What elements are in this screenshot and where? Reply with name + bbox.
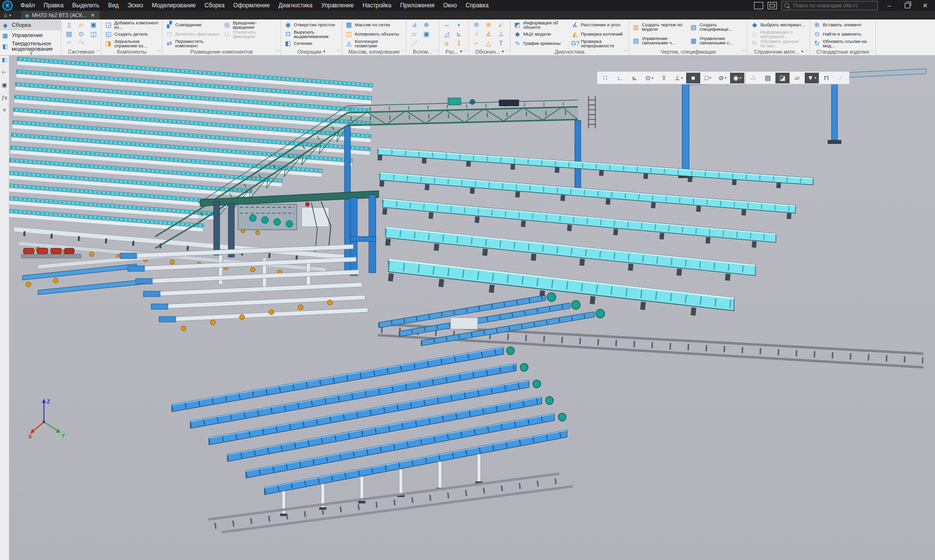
menu-item[interactable]: Эскиз bbox=[123, 0, 147, 11]
command-search[interactable] bbox=[781, 1, 878, 10]
redo[interactable]: ↷ bbox=[75, 39, 87, 48]
insert-element[interactable]: ⊕ Вставить элемент bbox=[812, 20, 869, 29]
open-document[interactable]: ▱ bbox=[75, 20, 87, 29]
cut-extrude[interactable]: ⊡ Вырезать выдавливанием bbox=[283, 29, 340, 39]
menu-item[interactable]: Оформление bbox=[229, 0, 274, 11]
screen-layout-icon[interactable] bbox=[768, 2, 777, 9]
choose-material[interactable]: ◆ Выбрать материал... bbox=[749, 20, 807, 29]
close-button[interactable]: ✕ bbox=[918, 0, 932, 11]
simple-hole[interactable]: ◉ Отверстие простое bbox=[283, 20, 340, 29]
level-mark[interactable]: △ bbox=[483, 39, 495, 48]
mass-properties[interactable]: ◆ МЦХ модели bbox=[512, 29, 569, 39]
undo[interactable]: ↶ bbox=[63, 39, 75, 48]
section-grip-icon[interactable]: ∷ bbox=[402, 48, 405, 53]
leader-line[interactable]: ↙ bbox=[495, 20, 507, 29]
angular-dimension[interactable]: ◿ bbox=[441, 29, 453, 39]
construction-plane[interactable]: ▱ bbox=[408, 29, 420, 39]
find-and-replace[interactable]: ⊙ Найти и заменить bbox=[812, 29, 869, 39]
object-filter[interactable]: ▼ bbox=[805, 73, 819, 83]
section-grip-icon[interactable]: ∷ bbox=[464, 48, 467, 53]
continuity-check[interactable]: G? Проверка непрерывности bbox=[569, 39, 627, 48]
geometry-collection[interactable]: ◬ Коллекция геометрии bbox=[344, 39, 401, 48]
clip-planes[interactable]: ▤ bbox=[761, 73, 775, 83]
menu-item[interactable]: Справка bbox=[461, 0, 493, 11]
model-tree-icon[interactable]: ⊢ bbox=[1, 69, 8, 76]
toolbar-grip[interactable]: ∷ bbox=[598, 73, 612, 83]
assembly-3d-model[interactable] bbox=[9, 55, 935, 560]
section-grip-icon[interactable]: ∷ bbox=[805, 48, 808, 53]
menu-item[interactable]: Моделирование bbox=[147, 0, 200, 11]
print[interactable]: ▤ bbox=[63, 29, 75, 39]
linear-dimension[interactable]: ↔ bbox=[441, 20, 453, 29]
zoom-tools[interactable]: ⊙ bbox=[642, 73, 656, 83]
add-component-from-file[interactable]: ◲ Добавить компонент из... bbox=[103, 20, 161, 29]
grid-array[interactable]: ▦ Массив по сетке bbox=[344, 20, 401, 29]
collision-check[interactable]: ◭ Проверка коллизий bbox=[569, 29, 627, 39]
move-component[interactable]: ⇄ Переместить компонент bbox=[164, 39, 222, 48]
restore-button[interactable] bbox=[900, 0, 914, 11]
distance-angle[interactable]: ∡ Расстояние и угол bbox=[569, 20, 627, 29]
marker-flag[interactable]: ⌐ bbox=[470, 39, 483, 48]
menu-item[interactable]: Правка bbox=[40, 0, 68, 11]
section-grip-icon[interactable]: ∷ bbox=[434, 48, 437, 53]
section-grip-icon[interactable]: ∷ bbox=[743, 48, 746, 53]
section-grip-icon[interactable]: ∷ bbox=[337, 48, 340, 53]
material-info[interactable]: ◇ Информация о материале... bbox=[749, 29, 807, 39]
section-grip-icon[interactable]: ∷ bbox=[871, 48, 874, 53]
search-input[interactable] bbox=[792, 2, 875, 9]
datum-mark[interactable]: ⊥ bbox=[495, 29, 507, 39]
measure-points[interactable]: ∴ bbox=[746, 73, 760, 83]
section-grip-icon[interactable]: ∷ bbox=[158, 48, 161, 53]
display-wireframe[interactable]: □ bbox=[701, 73, 715, 83]
trim-surface[interactable]: ⊗ bbox=[420, 20, 432, 29]
slope-mark[interactable]: ∡ bbox=[483, 29, 495, 39]
hide-objects[interactable]: ⊘ bbox=[715, 73, 730, 83]
new-document[interactable]: ▯ bbox=[63, 20, 75, 29]
create-specification[interactable]: ▧ Создать спецификаци... bbox=[688, 20, 746, 34]
copy-objects[interactable]: ◫ Копировать объекты bbox=[344, 29, 401, 39]
section-grip-icon[interactable]: ∷ bbox=[97, 48, 100, 53]
orient-model[interactable]: ⇧ bbox=[657, 73, 671, 83]
curve-dimension[interactable]: ↧ bbox=[453, 39, 465, 48]
menu-item[interactable]: Окно bbox=[439, 0, 461, 11]
section-grip-icon[interactable]: ∷ bbox=[624, 48, 627, 53]
menu-item[interactable]: Управление bbox=[317, 0, 358, 11]
enable-fixation[interactable]: ⊓ Включить фиксацию bbox=[164, 29, 222, 39]
projection-view[interactable]: ▣ bbox=[420, 29, 432, 39]
shape-tolerance[interactable]: ⊜ bbox=[470, 20, 483, 29]
radial-dimension[interactable]: ◗ bbox=[453, 20, 465, 29]
menu-item[interactable]: Приложения bbox=[396, 0, 439, 11]
diameter-dimension[interactable]: ⌀ bbox=[441, 39, 453, 48]
document-tab[interactable]: ◆ МНЛЗ №2 ВТЗ (АСК... ✕ bbox=[21, 11, 100, 20]
model-viewport[interactable]: ∷ ∟ ⊾ ⊙ ⇧ ⊥ bbox=[9, 55, 935, 560]
section-display[interactable]: ◪ bbox=[775, 73, 790, 83]
construction-axis[interactable]: ⋰ bbox=[408, 39, 420, 48]
tab-close-icon[interactable]: ✕ bbox=[91, 12, 95, 19]
variables-icon[interactable]: ƒx bbox=[1, 95, 8, 100]
position-tolerance[interactable]: ⊕ bbox=[483, 20, 495, 29]
manage-linked-drawings[interactable]: ▤ Управление связанными ч... bbox=[630, 34, 688, 47]
new-window-icon[interactable] bbox=[754, 2, 763, 9]
print-preview[interactable]: ⊙ bbox=[75, 29, 87, 39]
mate-coincidence[interactable]: ▞ Совпадение bbox=[164, 20, 222, 29]
save[interactable]: ▣ bbox=[87, 20, 100, 29]
menu-item[interactable]: Настройка bbox=[358, 0, 396, 11]
display-shaded[interactable]: ■ bbox=[686, 73, 700, 83]
home-tab-button[interactable]: ⌂ ▾ bbox=[0, 11, 15, 20]
menu-item[interactable]: Выделить bbox=[68, 0, 103, 11]
update-material-data[interactable]: ↻ Обновить данные по мат... bbox=[749, 39, 807, 48]
update-model-links[interactable]: ↻ Обновить ссылки на мод... bbox=[812, 39, 869, 48]
collapse-chevron-icon[interactable]: ≫ bbox=[28, 23, 33, 84]
minimize-button[interactable]: – bbox=[882, 0, 896, 11]
load-tools[interactable]: ⊓ bbox=[819, 73, 833, 83]
save-as[interactable]: ◫ bbox=[87, 29, 100, 39]
section[interactable]: ◧ Сечение bbox=[283, 39, 340, 48]
show-objects[interactable]: ◉ bbox=[730, 73, 744, 83]
section-grip-icon[interactable]: ∷ bbox=[506, 48, 508, 53]
sketch-placement-mode[interactable]: ⊾ bbox=[628, 73, 642, 83]
eyedropper[interactable]: ∕ bbox=[834, 73, 848, 83]
manage-linked-specs[interactable]: ▦ Управление связанными с... bbox=[688, 34, 746, 47]
sketch-display[interactable]: ▱ bbox=[790, 73, 804, 83]
sketch-plane-mode[interactable]: ∟ bbox=[613, 73, 627, 83]
object-info[interactable]: ◩ Информация об объекте bbox=[512, 20, 569, 29]
